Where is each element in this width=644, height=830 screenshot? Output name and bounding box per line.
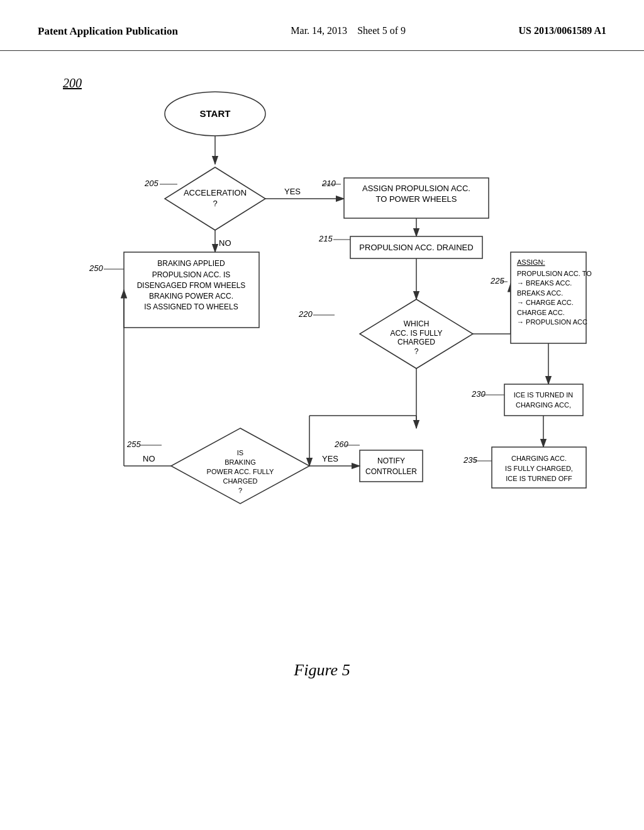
svg-text:BRAKING: BRAKING [225,458,256,466]
diagram-area: 200 START 205 ACCELERATION ? 210 YES ASS… [0,51,644,692]
start-node: START [200,108,231,119]
label-260: 260 [334,440,348,449]
svg-text:CHARGING ACC,: CHARGING ACC, [516,401,571,409]
no-label-braking: NO [143,454,155,463]
svg-rect-38 [504,384,583,416]
assign-block-node: ASSIGN: [517,258,545,266]
svg-text:CONTROLLER: CONTROLLER [365,467,417,476]
svg-text:CHARGED: CHARGED [397,338,435,346]
svg-text:PROPULSION ACC. TO: PROPULSION ACC. TO [517,270,592,277]
label-210: 210 [321,179,336,188]
svg-text:IS  ASSIGNED  TO  WHEELS: IS ASSIGNED TO WHEELS [144,302,238,311]
svg-rect-56 [360,450,423,482]
svg-text:BREAKS  ACC.: BREAKS ACC. [517,289,563,297]
braking-applied-node: BRAKING APPLIED [157,259,225,268]
label-215: 215 [318,234,333,243]
ice-turned-node: ICE IS TURNED IN [514,391,574,399]
svg-text:→   CHARGE ACC.: → CHARGE ACC. [517,299,574,306]
propulsion-drained-node: PROPULSION ACC. DRAINED [359,243,473,252]
header-patent-number: US 2013/0061589 A1 [518,25,606,36]
charging-acc-node: CHARGING ACC. [511,455,567,462]
yes-label-braking: YES [322,454,338,463]
svg-text:CHARGE  ACC.: CHARGE ACC. [517,309,565,316]
label-255: 255 [126,440,141,449]
svg-text:?: ? [238,487,242,494]
page-header: Patent Application Publication Mar. 14, … [0,0,644,51]
svg-text:DISENGAGED  FROM  WHEELS: DISENGAGED FROM WHEELS [137,281,246,290]
label-250: 250 [89,263,103,273]
svg-text:?: ? [414,347,419,356]
yes-label-accel: YES [284,187,301,196]
assign-propulsion-node: ASSIGN PROPULSION ACC. [362,184,470,193]
label-205: 205 [144,179,158,188]
svg-text:TO  POWER  WHEELS: TO POWER WHEELS [375,194,457,204]
svg-text:ACC. IS FULLY: ACC. IS FULLY [390,329,442,338]
no-label-accel: NO [219,238,231,248]
svg-text:BRAKING  POWER  ACC.: BRAKING POWER ACC. [149,292,233,301]
svg-text:→  BREAKS ACC.: → BREAKS ACC. [517,279,572,287]
header-publication-type: Patent Application Publication [38,25,178,38]
diagram-label: 200 [63,76,82,91]
svg-text:CHARGED: CHARGED [223,477,257,485]
svg-text:?: ? [213,199,217,208]
which-acc-node: WHICH [404,319,430,328]
label-220: 220 [298,309,313,319]
notify-controller-node: NOTIFY [377,456,405,465]
acceleration-node: ACCELERATION [184,188,247,197]
svg-text:IS  FULLY  CHARGED,: IS FULLY CHARGED, [505,465,573,472]
flowchart-svg: START 205 ACCELERATION ? 210 YES ASSIGN … [52,76,592,642]
svg-text:POWER ACC. FULLY: POWER ACC. FULLY [207,468,274,475]
label-235: 235 [463,455,477,465]
svg-text:PROPULSION  ACC. IS: PROPULSION ACC. IS [152,270,231,279]
label-225: 225 [490,276,504,285]
svg-text:→ PROPULSION ACC: → PROPULSION ACC [517,318,587,326]
svg-text:ICE  IS  TURNED  OFF: ICE IS TURNED OFF [506,475,572,482]
label-230: 230 [471,389,486,399]
figure-caption: Figure 5 [38,661,606,680]
is-braking-node: IS [237,449,243,456]
header-date-sheet: Mar. 14, 2013 Sheet 5 of 9 [291,25,406,36]
